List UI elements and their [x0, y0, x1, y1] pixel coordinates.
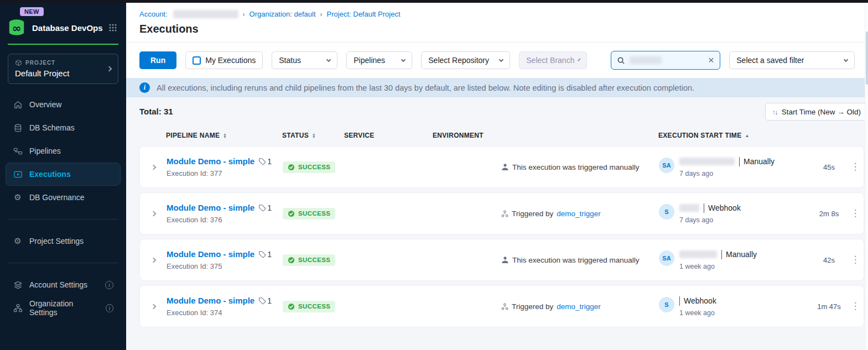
main-content: Account: › Organization: default › Proje… — [126, 0, 868, 350]
avatar: S — [659, 204, 674, 220]
repository-filter-dropdown[interactable]: Select Repository — [421, 51, 510, 69]
pipeline-name-link[interactable]: Module Demo - simple — [167, 296, 254, 305]
pipelines-icon — [13, 146, 23, 156]
sidebar-item-executions[interactable]: Executions — [6, 163, 121, 186]
sidebar-item-account-settings[interactable]: Account Settings i — [6, 273, 121, 296]
scrollbar-thumb[interactable] — [866, 32, 868, 85]
clear-search-icon[interactable]: ✕ — [708, 56, 715, 65]
info-banner-text: All executions, including reruns and chi… — [157, 83, 694, 92]
row-menu-icon[interactable]: ⋮ — [847, 210, 864, 217]
row-menu-icon[interactable]: ⋮ — [847, 256, 864, 264]
sidebar-item-project-settings[interactable]: ⚙ Project Settings — [6, 229, 121, 253]
start-time-cell: S Webhook 1 week ago — [659, 296, 811, 317]
sidebar-item-db-governance[interactable]: ⚙ DB Governance — [6, 186, 121, 209]
status-cell: SUCCESS — [283, 254, 345, 266]
home-icon — [13, 100, 23, 109]
tag-icon — [258, 297, 266, 305]
column-header-status[interactable]: STATUS ▲▼ — [282, 132, 344, 139]
sidebar-item-pipelines[interactable]: Pipelines — [6, 139, 121, 163]
sort-order-dropdown[interactable]: ↑↓ Start Time (New → Old) — [765, 103, 868, 121]
my-executions-toggle[interactable]: My Executions — [185, 51, 263, 69]
sort-icon: ▲▼ — [223, 133, 227, 138]
status-filter-dropdown[interactable]: Status — [272, 51, 337, 69]
avatar: SA — [659, 250, 674, 266]
app-switcher-grid-icon[interactable] — [108, 23, 117, 32]
saved-filter-label: Select a saved filter — [736, 56, 804, 65]
status-cell: SUCCESS — [283, 208, 345, 220]
sidebar-divider — [8, 263, 118, 263]
sort-arrows-icon: ↑↓ — [772, 108, 777, 116]
time-ago: 7 days ago — [679, 216, 741, 224]
total-bar: Total: 31 ↑↓ Start Time (New → Old) — [126, 97, 868, 123]
project-selector[interactable]: PROJECT Default Project — [8, 54, 118, 84]
sidebar-item-label: Account Settings — [29, 280, 87, 289]
chevron-down-icon — [578, 58, 581, 61]
breadcrumb-project[interactable]: Project: Default Project — [327, 10, 401, 18]
info-icon: i — [139, 82, 150, 93]
column-header-execution-start-time[interactable]: EXECUTION START TIME ▲ — [658, 132, 810, 139]
time-ago: 1 week ago — [679, 309, 716, 317]
search-icon — [617, 56, 625, 65]
sidebar-item-label: Project Settings — [29, 237, 84, 245]
column-header-service: SERVICE — [344, 132, 433, 139]
chevron-down-icon — [499, 57, 503, 61]
trigger-text: This execution was triggered manually — [512, 256, 640, 264]
sidebar-item-label: Executions — [29, 170, 71, 179]
duration: 1m 47s — [811, 302, 847, 311]
time-ago: 7 days ago — [679, 170, 775, 177]
search-input[interactable]: ✕ — [611, 51, 720, 70]
pipelines-filter-dropdown[interactable]: Pipelines — [346, 51, 412, 69]
saved-filter-dropdown[interactable]: Select a saved filter — [729, 51, 855, 69]
table-row: Module Demo - simple 1 Execution Id: 375… — [139, 239, 864, 281]
avatar: S — [659, 297, 674, 312]
repository-filter-label: Select Repository — [428, 56, 489, 65]
breadcrumb-separator: › — [320, 11, 323, 18]
trigger-text: Triggered by — [512, 302, 553, 311]
trigger-cell: Triggered by demo_trigger — [501, 210, 659, 218]
gear-icon: ⚙ — [13, 192, 23, 202]
start-type-label: Manually — [721, 250, 757, 259]
sidebar-item-label: Organization Settings — [29, 299, 99, 317]
sidebar-item-overview[interactable]: Overview — [6, 93, 121, 116]
executions-content: Total: 31 ↑↓ Start Time (New → Old) PIPE… — [126, 97, 868, 350]
redacted-account-name — [173, 10, 238, 18]
expand-row-chevron[interactable] — [140, 165, 167, 169]
column-header-environment: ENVIRONMENT — [433, 132, 501, 139]
status-badge: SUCCESS — [283, 301, 335, 312]
expand-row-chevron[interactable] — [140, 258, 167, 262]
table-row: Module Demo - simple 1 Execution Id: 377… — [139, 146, 864, 188]
branch-filter-dropdown: Select Branch — [519, 51, 587, 69]
breadcrumb-organization[interactable]: Organization: default — [250, 10, 316, 18]
expand-row-chevron[interactable] — [140, 305, 167, 309]
row-menu-icon[interactable]: ⋮ — [847, 302, 864, 310]
pipeline-cell: Module Demo - simple 1 Execution Id: 376 — [167, 203, 283, 224]
brand-accent-line — [8, 44, 118, 45]
sidebar-item-organization-settings[interactable]: Organization Settings i — [6, 296, 121, 320]
chevron-down-icon — [401, 57, 406, 61]
pipeline-name-link[interactable]: Module Demo - simple — [167, 203, 254, 212]
start-time-cell: S Webhook 7 days ago — [659, 203, 811, 224]
row-menu-icon[interactable]: ⋮ — [847, 163, 864, 171]
info-banner: i All executions, including reruns and c… — [126, 78, 868, 97]
my-executions-checkbox[interactable] — [193, 56, 201, 65]
column-header-pipeline-name[interactable]: PIPELINE NAME ▲▼ — [166, 132, 282, 139]
tag-count: 1 — [258, 157, 272, 166]
expand-row-chevron[interactable] — [140, 212, 167, 216]
breadcrumb-account[interactable]: Account: — [139, 10, 168, 18]
page-header: Account: › Organization: default › Proje… — [126, 3, 868, 43]
webhook-icon — [501, 210, 508, 217]
sidebar-item-db-schemas[interactable]: DB Schemas — [6, 116, 121, 139]
pipeline-name-link[interactable]: Module Demo - simple — [167, 249, 254, 259]
run-button[interactable]: Run — [139, 51, 176, 69]
vertical-scrollbar[interactable] — [865, 3, 868, 350]
layers-icon — [13, 280, 23, 290]
breadcrumb: Account: › Organization: default › Proje… — [139, 10, 856, 18]
trigger-link[interactable]: demo_trigger — [557, 302, 601, 311]
breadcrumb-separator: › — [243, 11, 245, 18]
trigger-link[interactable]: demo_trigger — [557, 210, 601, 218]
total-count: Total: 31 — [139, 107, 173, 116]
sidebar-item-label: DB Governance — [29, 193, 85, 202]
pipeline-name-link[interactable]: Module Demo - simple — [167, 156, 254, 166]
cube-icon — [15, 59, 22, 66]
execution-id: Execution Id: 377 — [167, 169, 283, 177]
